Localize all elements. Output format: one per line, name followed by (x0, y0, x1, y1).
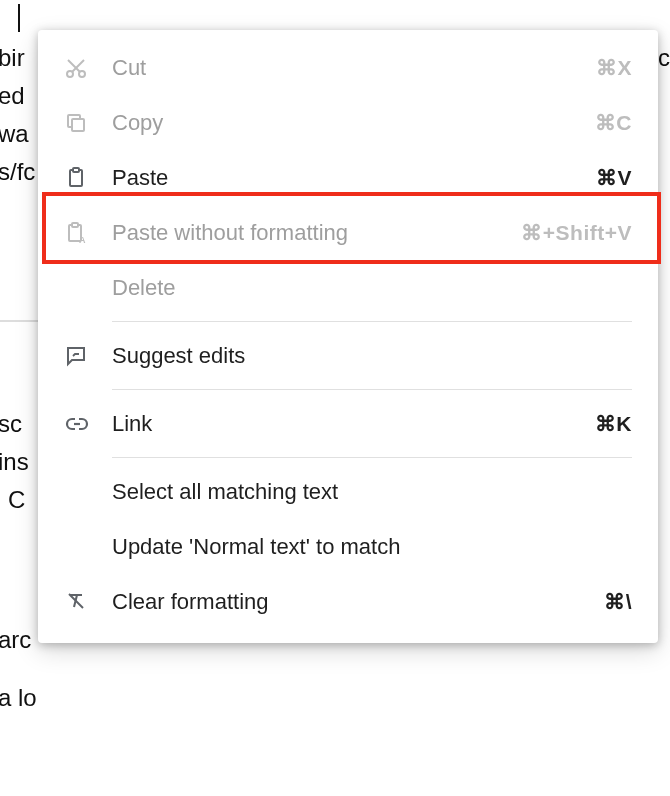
menu-label: Select all matching text (112, 479, 632, 505)
menu-item-update-normal-text[interactable]: Update 'Normal text' to match (38, 519, 658, 574)
svg-text:A: A (79, 235, 86, 245)
bg-text: arc (0, 622, 31, 658)
menu-shortcut: ⌘V (596, 166, 632, 190)
bg-text: c (658, 40, 670, 76)
paste-without-formatting-icon: A (64, 221, 112, 245)
menu-item-paste-without-formatting[interactable]: A Paste without formatting ⌘+Shift+V (38, 205, 658, 260)
menu-divider (112, 457, 632, 458)
context-menu: Cut ⌘X Copy ⌘C Paste ⌘V A (38, 30, 658, 643)
bg-text: s/fc (0, 154, 35, 190)
bg-text: wa (0, 116, 29, 152)
bg-text: ins (0, 444, 29, 480)
menu-shortcut: ⌘C (595, 111, 632, 135)
clear-formatting-icon (64, 590, 112, 614)
text-cursor (18, 4, 20, 32)
svg-rect-8 (72, 223, 78, 227)
bg-text: ed (0, 78, 25, 114)
menu-item-suggest-edits[interactable]: Suggest edits (38, 328, 658, 383)
menu-shortcut: ⌘K (595, 412, 632, 436)
menu-item-cut[interactable]: Cut ⌘X (38, 40, 658, 95)
svg-point-0 (67, 71, 73, 77)
bg-text: C (8, 482, 25, 518)
menu-label: Suggest edits (112, 343, 632, 369)
bg-text: a lo (0, 680, 37, 716)
copy-icon (64, 111, 112, 135)
menu-label: Delete (112, 275, 632, 301)
menu-shortcut: ⌘+Shift+V (521, 221, 632, 245)
link-icon (64, 412, 112, 436)
menu-item-paste[interactable]: Paste ⌘V (38, 150, 658, 205)
menu-shortcut: ⌘X (596, 56, 632, 80)
menu-item-clear-formatting[interactable]: Clear formatting ⌘\ (38, 574, 658, 629)
cut-icon (64, 56, 112, 80)
svg-point-1 (79, 71, 85, 77)
menu-label: Copy (112, 110, 595, 136)
menu-label: Paste (112, 165, 596, 191)
svg-rect-6 (73, 168, 79, 172)
suggest-edits-icon (64, 344, 112, 368)
menu-label: Update 'Normal text' to match (112, 534, 632, 560)
menu-item-link[interactable]: Link ⌘K (38, 396, 658, 451)
bg-text: bir (0, 40, 25, 76)
menu-item-delete[interactable]: Delete (38, 260, 658, 315)
menu-divider (112, 321, 632, 322)
menu-label: Cut (112, 55, 596, 81)
menu-divider (112, 389, 632, 390)
svg-rect-4 (72, 119, 84, 131)
menu-item-copy[interactable]: Copy ⌘C (38, 95, 658, 150)
menu-label: Clear formatting (112, 589, 604, 615)
menu-item-select-all-matching[interactable]: Select all matching text (38, 464, 658, 519)
horizontal-rule (0, 320, 40, 322)
menu-label: Link (112, 411, 595, 437)
bg-text: sc (0, 406, 22, 442)
menu-shortcut: ⌘\ (604, 590, 632, 614)
menu-label: Paste without formatting (112, 220, 521, 246)
paste-icon (64, 166, 112, 190)
